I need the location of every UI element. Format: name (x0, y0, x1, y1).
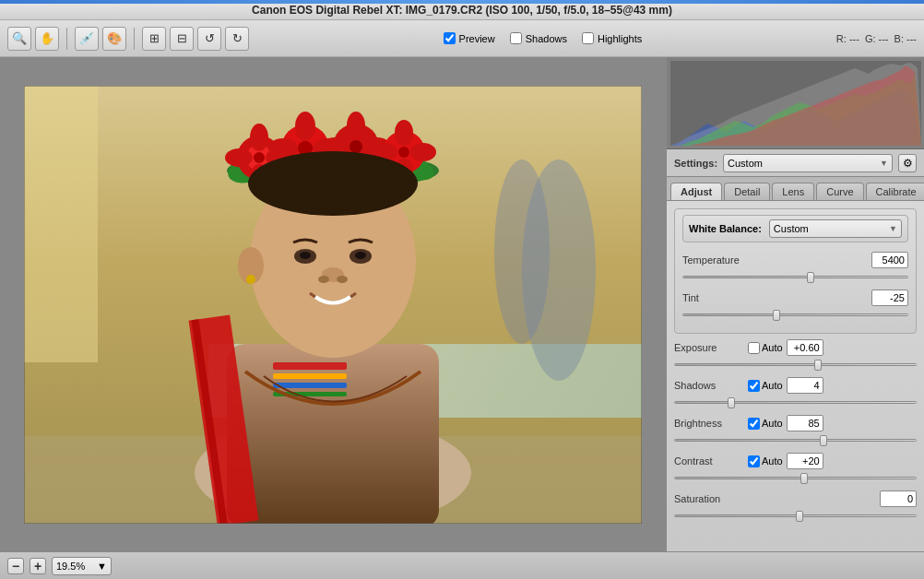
tab-curve[interactable]: Curve (816, 183, 863, 200)
zoom-value: 19.5% (56, 561, 85, 572)
svg-rect-7 (227, 344, 439, 524)
right-panel: Settings: Custom ▼ ⚙ Adjust Detail Lens … (666, 57, 924, 551)
zoom-tool-button[interactable]: 🔍 (7, 27, 31, 51)
tint-slider-track (682, 313, 908, 316)
svg-point-33 (254, 152, 265, 163)
preview-label: Preview (459, 33, 495, 44)
brightness-slider-thumb[interactable] (820, 435, 827, 446)
temperature-input[interactable] (871, 252, 908, 268)
tab-adjust[interactable]: Adjust (670, 183, 722, 200)
exposure-auto-checkbox[interactable] (748, 342, 760, 354)
shadows-input[interactable] (787, 377, 823, 394)
saturation-row: Saturation (674, 490, 917, 517)
tint-label: Tint (682, 292, 756, 303)
zoom-out-button[interactable]: − (7, 558, 24, 574)
svg-point-56 (248, 151, 418, 216)
wb-dropdown[interactable]: Custom ▼ (769, 219, 902, 238)
settings-value: Custom (728, 158, 763, 169)
brightness-input[interactable] (787, 415, 823, 431)
settings-gear-button[interactable]: ⚙ (898, 154, 917, 172)
svg-point-51 (395, 120, 413, 146)
preview-checkbox[interactable] (444, 32, 456, 44)
minus-icon: − (12, 559, 19, 573)
temperature-control: Temperature (682, 252, 908, 268)
temperature-slider-track (682, 276, 908, 278)
shadows-slider-thumb[interactable] (728, 397, 735, 408)
saturation-label: Saturation (674, 493, 748, 504)
rotate-cw-button[interactable]: ↻ (225, 27, 249, 51)
svg-point-22 (337, 276, 348, 283)
saturation-input[interactable] (880, 490, 917, 507)
toolbar: 🔍 ✋ 💉 🎨 ⊞ ⊟ ↺ ↻ Preview Shadows Highligh… (0, 20, 924, 57)
hand-tool-button[interactable]: ✋ (35, 27, 59, 51)
contrast-input[interactable] (787, 453, 823, 469)
contrast-auto-checkbox[interactable] (748, 455, 760, 467)
exposure-slider-track (674, 363, 917, 366)
saturation-slider-thumb[interactable] (796, 511, 803, 522)
toolbar-center: Preview Shadows Highlights (253, 32, 833, 44)
histogram (667, 57, 924, 149)
tint-slider-thumb[interactable] (773, 310, 780, 321)
tint-row: Tint (682, 290, 908, 316)
white-balance-section: White Balance: Custom ▼ Temperature (674, 208, 917, 334)
exposure-slider-thumb[interactable] (814, 360, 822, 371)
temperature-slider-thumb[interactable] (807, 272, 814, 283)
contrast-row: Contrast Auto (674, 453, 917, 479)
highlights-checkbox[interactable] (582, 32, 594, 44)
shadows-auto-checkbox[interactable] (748, 380, 760, 392)
exposure-input[interactable] (787, 339, 823, 356)
exposure-control: Exposure Auto (674, 339, 917, 356)
image-panel (0, 57, 666, 551)
b-value: B: --- (894, 33, 917, 44)
shadows-checkbox[interactable] (510, 32, 522, 44)
wb-dropdown-arrow: ▼ (889, 224, 897, 233)
svg-point-24 (246, 275, 255, 284)
straighten-tool-button[interactable]: ⊟ (170, 27, 194, 51)
svg-point-45 (347, 112, 365, 139)
brightness-auto-checkbox[interactable] (748, 418, 760, 430)
plus-icon: + (34, 559, 41, 573)
contrast-slider-track (674, 477, 917, 479)
crop-tool-button[interactable]: ⊞ (142, 27, 166, 51)
white-balance-row: White Balance: Custom ▼ (682, 215, 908, 242)
tab-lens[interactable]: Lens (772, 183, 814, 200)
svg-point-36 (225, 148, 253, 167)
wb-value: Custom (774, 223, 809, 234)
gear-icon: ⚙ (903, 157, 913, 170)
shadows-adj-control: Shadows Auto (674, 377, 917, 394)
settings-dropdown[interactable]: Custom ▼ (723, 154, 893, 172)
brightness-row: Brightness Auto (674, 415, 917, 442)
saturation-slider-track (674, 514, 917, 517)
tab-calibrate[interactable]: Calibrate (866, 183, 924, 200)
tab-detail[interactable]: Detail (724, 183, 770, 200)
highlights-label: Highlights (598, 33, 642, 44)
tint-control: Tint (682, 290, 908, 306)
eyedropper-tool-button[interactable]: 💉 (75, 27, 99, 51)
g-value: G: --- (865, 33, 889, 44)
brightness-auto-label: Auto (762, 418, 783, 429)
zoom-dropdown[interactable]: 19.5% ▼ (52, 557, 112, 575)
svg-point-19 (355, 252, 366, 259)
zoom-in-button[interactable]: + (30, 558, 46, 574)
histogram-svg (670, 61, 921, 146)
tint-input[interactable] (871, 290, 908, 306)
adjust-panel: White Balance: Custom ▼ Temperature (667, 201, 924, 551)
photo-container (24, 86, 642, 524)
shadows-group: Shadows (510, 32, 567, 44)
shadows-auto-label: Auto (762, 380, 783, 391)
svg-rect-5 (24, 86, 98, 362)
svg-point-49 (349, 140, 362, 153)
rotate-ccw-button[interactable]: ↺ (197, 27, 221, 51)
contrast-auto-group: Auto (748, 455, 783, 467)
contrast-slider-thumb[interactable] (800, 473, 808, 484)
contrast-label: Contrast (674, 455, 748, 467)
shadows-auto-group: Auto (748, 380, 783, 392)
color-sampler-button[interactable]: 🎨 (102, 27, 126, 51)
contrast-auto-label: Auto (762, 455, 783, 467)
tabs-bar: Adjust Detail Lens Curve Calibrate (667, 177, 924, 201)
wb-label: White Balance: (689, 223, 762, 234)
toolbar-separator-2 (134, 28, 135, 50)
temperature-label: Temperature (682, 254, 756, 266)
svg-point-3 (494, 160, 550, 344)
status-bar: − + 19.5% ▼ (0, 551, 924, 579)
